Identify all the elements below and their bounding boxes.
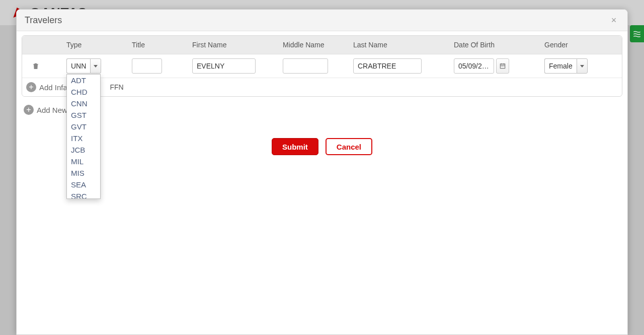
travelers-modal: Travelers × Type Title First Name Middle… <box>16 9 628 335</box>
submit-button[interactable]: Submit <box>272 138 318 155</box>
col-header-blank <box>26 41 66 49</box>
col-header-dob: Date Of Birth <box>454 41 544 49</box>
type-option[interactable]: SEA <box>67 179 100 190</box>
type-option[interactable]: GVT <box>67 121 100 132</box>
type-option[interactable]: CHD <box>67 86 100 98</box>
gender-select-toggle[interactable] <box>577 58 588 74</box>
grid-header-row: Type Title First Name Middle Name Last N… <box>22 36 622 54</box>
add-new-traveler-link[interactable]: + Add New <box>22 105 622 115</box>
type-dropdown[interactable]: ADTCHDCNNGSTGVTITXJCBMILMISSEASRC <box>66 74 101 199</box>
type-option[interactable]: CNN <box>67 98 100 109</box>
ffn-link[interactable]: FFN <box>110 83 123 91</box>
modal-header: Travelers × <box>17 10 627 31</box>
modal-title: Travelers <box>25 15 62 26</box>
action-buttons: Submit Cancel <box>22 138 622 155</box>
svg-rect-0 <box>501 65 502 66</box>
add-new-label: Add New <box>37 106 67 114</box>
svg-rect-1 <box>502 65 503 66</box>
col-header-title: Title <box>132 41 192 49</box>
first-name-input[interactable] <box>192 58 256 74</box>
dob-cell <box>454 58 544 74</box>
cancel-button[interactable]: Cancel <box>326 138 372 155</box>
gender-select-value: Female <box>544 58 577 74</box>
last-name-cell <box>353 58 454 74</box>
calendar-icon <box>499 62 506 70</box>
title-cell <box>132 58 192 74</box>
plus-icon: + <box>26 82 36 92</box>
col-header-middle: Middle Name <box>283 41 353 49</box>
type-select-toggle[interactable] <box>90 58 101 74</box>
middle-name-cell <box>283 58 353 74</box>
type-option[interactable]: ITX <box>67 132 100 144</box>
last-name-input[interactable] <box>353 58 422 74</box>
dob-input[interactable] <box>454 58 494 74</box>
delete-row-button[interactable] <box>30 60 41 72</box>
chevron-down-icon <box>580 65 584 68</box>
trash-icon <box>32 62 40 70</box>
chevron-down-icon <box>94 65 98 68</box>
row-actions <box>26 60 66 72</box>
traveler-subrow: + Add Infant FFN <box>22 78 622 96</box>
type-select-value: UNN <box>66 58 90 74</box>
type-option[interactable]: MIS <box>67 167 100 179</box>
dob-calendar-button[interactable] <box>496 58 509 74</box>
gender-select[interactable]: Female <box>544 58 588 74</box>
type-option[interactable]: JCB <box>67 144 100 156</box>
first-name-cell <box>192 58 283 74</box>
type-select[interactable]: UNN <box>66 58 101 74</box>
type-option[interactable]: SRC <box>67 190 100 199</box>
plus-icon: + <box>24 105 34 115</box>
gender-cell: Female <box>544 58 618 74</box>
middle-name-input[interactable] <box>283 58 328 74</box>
traveler-row: UNN ADTCHDCNNGSTGVTITXJCBMILMISSEASRC <box>22 54 622 78</box>
modal-body: Type Title First Name Middle Name Last N… <box>17 31 627 334</box>
title-input[interactable] <box>132 58 162 74</box>
travelers-grid: Type Title First Name Middle Name Last N… <box>22 35 622 97</box>
type-option[interactable]: GST <box>67 109 100 121</box>
col-header-first: First Name <box>192 41 283 49</box>
type-cell: UNN ADTCHDCNNGSTGVTITXJCBMILMISSEASRC <box>66 58 132 74</box>
close-button[interactable]: × <box>608 15 619 26</box>
type-option[interactable]: MIL <box>67 156 100 167</box>
col-header-type: Type <box>66 41 132 49</box>
type-option[interactable]: ADT <box>67 75 100 86</box>
svg-rect-2 <box>504 65 504 66</box>
col-header-last: Last Name <box>353 41 454 49</box>
col-header-gender: Gender <box>544 41 618 49</box>
